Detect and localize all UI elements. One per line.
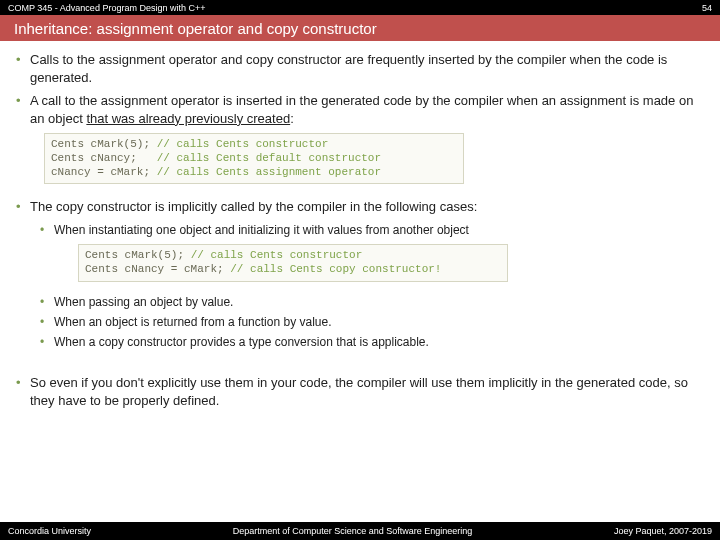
page-number: 54	[702, 3, 712, 13]
bullet-1: Calls to the assignment operator and cop…	[16, 51, 704, 86]
course-label: COMP 345 - Advanced Program Design with …	[8, 3, 205, 13]
code1-line3: cNancy = cMark; // calls Cents assignmen…	[51, 166, 457, 180]
bullet-2-text-c: :	[290, 111, 294, 126]
sub-2: When passing an object by value.	[40, 294, 704, 310]
slide-title: Inheritance: assignment operator and cop…	[14, 20, 377, 37]
code2-line2: Cents cNancy = cMark; // calls Cents cop…	[85, 263, 501, 277]
bullet-1-text: Calls to the assignment operator and cop…	[30, 52, 667, 85]
bullet-list: Calls to the assignment operator and cop…	[16, 51, 704, 350]
bullet-3: The copy constructor is implicitly calle…	[16, 198, 704, 350]
sub-4-text: When a copy constructor provides a type …	[54, 335, 429, 349]
title-bar: Inheritance: assignment operator and cop…	[0, 15, 720, 41]
sub-2-text: When passing an object by value.	[54, 295, 233, 309]
sub-4: When a copy constructor provides a type …	[40, 334, 704, 350]
footer-left: Concordia University	[8, 526, 91, 536]
code-block-1: Cents cMark(5); // calls Cents construct…	[44, 133, 464, 184]
sub-1-text: When instantiating one object and initia…	[54, 223, 469, 237]
bullet-2: A call to the assignment operator is ins…	[16, 92, 704, 192]
code-block-2: Cents cMark(5); // calls Cents construct…	[78, 244, 508, 282]
sub-3-text: When an object is returned from a functi…	[54, 315, 331, 329]
sub-list: When instantiating one object and initia…	[40, 222, 704, 350]
bullet-4-text: So even if you don't explicitly use them…	[30, 375, 688, 408]
content-area: Calls to the assignment operator and cop…	[0, 41, 720, 522]
sub-3: When an object is returned from a functi…	[40, 314, 704, 330]
code1-line1: Cents cMark(5); // calls Cents construct…	[51, 138, 457, 152]
slide: COMP 345 - Advanced Program Design with …	[0, 0, 720, 540]
spacer	[16, 356, 704, 374]
footer-bar: Concordia University Department of Compu…	[0, 522, 720, 540]
bullet-list-2: So even if you don't explicitly use them…	[16, 374, 704, 409]
code2-line1: Cents cMark(5); // calls Cents construct…	[85, 249, 501, 263]
top-bar: COMP 345 - Advanced Program Design with …	[0, 0, 720, 15]
bullet-2-underline: that was already previously created	[86, 111, 290, 126]
sub-1: When instantiating one object and initia…	[40, 222, 704, 290]
footer-mid: Department of Computer Science and Softw…	[91, 526, 614, 536]
code1-line2: Cents cNancy; // calls Cents default con…	[51, 152, 457, 166]
footer-right: Joey Paquet, 2007-2019	[614, 526, 712, 536]
bullet-4: So even if you don't explicitly use them…	[16, 374, 704, 409]
bullet-3-text: The copy constructor is implicitly calle…	[30, 199, 477, 214]
